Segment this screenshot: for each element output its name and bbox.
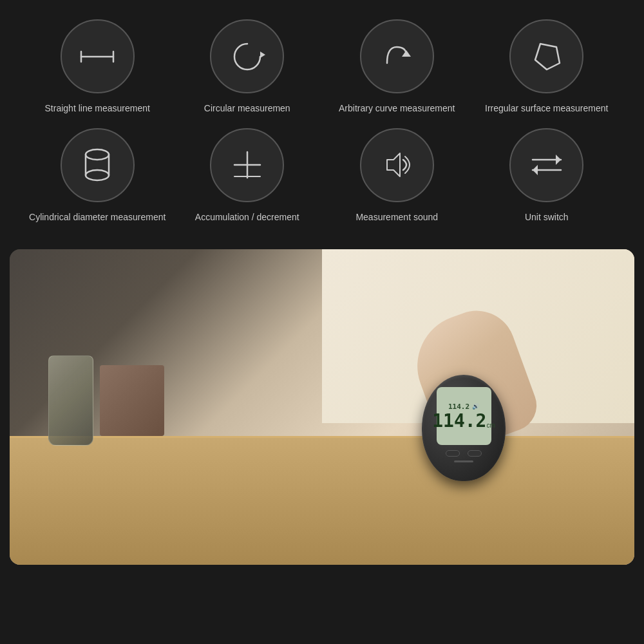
svg-marker-17 — [533, 165, 538, 175]
feature-curve: Arbitrary curve measurement — [325, 19, 469, 115]
accumulation-circle — [210, 128, 284, 202]
glass-object — [48, 355, 93, 446]
svg-marker-15 — [556, 155, 561, 165]
svg-point-9 — [86, 170, 109, 180]
screen-unit: cm — [486, 422, 495, 429]
features-grid: Straight line measurement Circular measu… — [26, 19, 618, 223]
unit-switch-label: Unit switch — [525, 211, 569, 224]
device-bottom-indicator — [454, 460, 473, 462]
sound-label: Measurement sound — [355, 211, 438, 224]
screen-main-value: 114.2 — [432, 412, 486, 430]
straight-line-label: Straight line measurement — [45, 102, 150, 115]
table-surface — [10, 436, 634, 565]
curve-label: Arbitrary curve measurement — [339, 102, 455, 115]
product-photo: 114.2 🔊 114.2 cm — [10, 249, 634, 565]
svg-marker-5 — [535, 44, 560, 70]
device-button-right[interactable] — [468, 450, 482, 457]
circular-label: Circular measuremen — [204, 102, 290, 115]
product-photo-section: 114.2 🔊 114.2 cm — [10, 249, 634, 565]
svg-point-6 — [86, 149, 109, 160]
cylindrical-label: Cylindrical diameter measurement — [29, 211, 166, 224]
feature-accumulation: Accumulation / decrement — [176, 128, 319, 224]
irregular-label: Irregular surface measurement — [485, 102, 608, 115]
device-hand-container: 114.2 🔊 114.2 cm — [422, 375, 506, 481]
feature-unit-switch: Unit switch — [475, 128, 619, 224]
sound-indicator-icon: 🔊 — [472, 403, 479, 410]
svg-marker-4 — [402, 50, 411, 57]
sound-circle — [360, 128, 434, 202]
box-object — [100, 365, 164, 436]
device-screen: 114.2 🔊 114.2 cm — [437, 387, 491, 445]
device-buttons — [446, 450, 482, 457]
feature-sound: Measurement sound — [325, 128, 469, 224]
accumulation-label: Accumulation / decrement — [195, 211, 299, 224]
irregular-circle — [509, 19, 583, 93]
feature-cylindrical: Cylindrical diameter measurement — [26, 128, 169, 224]
features-section: Straight line measurement Circular measu… — [0, 0, 644, 243]
device-body: 114.2 🔊 114.2 cm — [422, 375, 506, 481]
feature-straight-line: Straight line measurement — [26, 19, 169, 115]
svg-marker-13 — [387, 153, 400, 176]
svg-marker-3 — [260, 52, 265, 58]
device-button-left[interactable] — [446, 450, 460, 457]
app-container: Straight line measurement Circular measu… — [0, 0, 644, 565]
screen-top-row: 114.2 🔊 — [448, 402, 479, 411]
straight-line-circle — [61, 19, 135, 93]
circular-circle — [210, 19, 284, 93]
curve-circle — [360, 19, 434, 93]
unit-switch-circle — [509, 128, 583, 202]
screen-secondary-value: 114.2 — [448, 402, 469, 411]
feature-circular: Circular measuremen — [176, 19, 319, 115]
cylindrical-circle — [61, 128, 135, 202]
feature-irregular: Irregular surface measurement — [475, 19, 619, 115]
